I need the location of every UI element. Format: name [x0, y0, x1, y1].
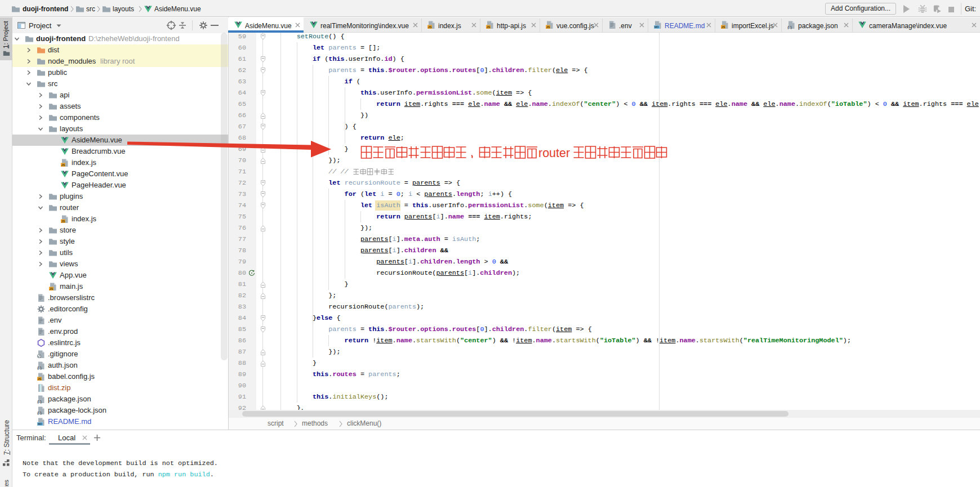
svg-text:router: router	[538, 146, 570, 160]
